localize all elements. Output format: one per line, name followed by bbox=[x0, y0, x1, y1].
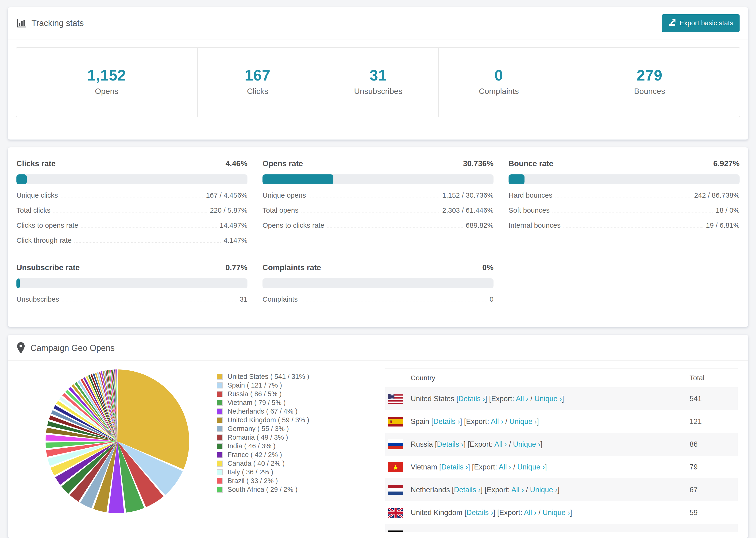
details-link[interactable]: Details › bbox=[437, 440, 464, 448]
detail-row: Clicks to opens rate14.497% bbox=[17, 221, 247, 229]
dotted-leader bbox=[53, 212, 207, 212]
legend-label: Russia ( 86 / 5% ) bbox=[228, 390, 282, 398]
country-name: Spain bbox=[411, 417, 431, 426]
export-unique-link[interactable]: Unique › bbox=[543, 509, 570, 517]
country-name: Vietnam bbox=[411, 463, 439, 471]
legend-label: France ( 42 / 2% ) bbox=[228, 451, 282, 459]
geo-body: United States ( 541 / 31% )Spain ( 121 /… bbox=[8, 360, 748, 532]
export-unique-link[interactable]: Unique › bbox=[517, 463, 545, 471]
bracket: [ bbox=[464, 509, 466, 517]
export-unique-link[interactable]: Unique › bbox=[530, 486, 557, 494]
progress-fill bbox=[17, 278, 20, 288]
export-unique-link[interactable]: Unique › bbox=[521, 531, 548, 533]
table-row-germany: Germany [Details ›] [Export: All › / Uni… bbox=[385, 524, 738, 532]
table-row-spain: Spain [Details ›] [Export: All › / Uniqu… bbox=[385, 410, 738, 433]
export-unique-link[interactable]: Unique › bbox=[509, 417, 537, 426]
legend-swatch bbox=[217, 478, 223, 484]
details-link[interactable]: Details › bbox=[445, 531, 471, 533]
legend-item-spain: Spain ( 121 / 7% ) bbox=[217, 381, 381, 390]
detail-value: 4.147% bbox=[224, 237, 247, 244]
stat-value: 1,152 bbox=[19, 68, 195, 83]
stat-value: 31 bbox=[320, 68, 436, 83]
details-link[interactable]: Details › bbox=[466, 509, 493, 517]
rate-title: Complaints rate bbox=[262, 263, 321, 272]
export-all-link[interactable]: All › bbox=[516, 395, 528, 403]
slash: / bbox=[507, 440, 513, 448]
legend-swatch bbox=[217, 452, 223, 458]
dotted-leader bbox=[75, 242, 221, 242]
bracket: ] [Export: bbox=[468, 463, 499, 471]
rate-title: Opens rate bbox=[262, 159, 303, 168]
slash: / bbox=[511, 463, 517, 471]
details-link[interactable]: Details › bbox=[441, 463, 468, 471]
details-link[interactable]: Details › bbox=[433, 417, 460, 426]
legend-swatch bbox=[217, 400, 223, 406]
export-unique-link[interactable]: Unique › bbox=[534, 395, 562, 403]
detail-value: 689.82% bbox=[466, 221, 494, 229]
legend-label: United States ( 541 / 31% ) bbox=[228, 373, 309, 381]
vn-flag-icon bbox=[388, 462, 403, 472]
export-all-link[interactable]: All › bbox=[512, 486, 524, 494]
legend-item-france: France ( 42 / 2% ) bbox=[217, 451, 381, 459]
de-flag-icon bbox=[388, 530, 403, 533]
bracket: ] [Export: bbox=[464, 440, 495, 448]
export-all-link[interactable]: All › bbox=[499, 463, 511, 471]
detail-value: 220 / 5.87% bbox=[210, 206, 247, 214]
detail-value: 14.497% bbox=[220, 221, 247, 229]
details-link[interactable]: Details › bbox=[458, 395, 485, 403]
rate-value: 0% bbox=[482, 263, 494, 272]
detail-value: 167 / 4.456% bbox=[206, 191, 247, 199]
rate-value: 4.46% bbox=[225, 159, 247, 168]
detail-label: Unique clicks bbox=[17, 191, 58, 199]
rate-title: Bounce rate bbox=[509, 159, 553, 168]
export-unique-link[interactable]: Unique › bbox=[513, 440, 540, 448]
table-row-united-states: United States [Details ›] [Export: All ›… bbox=[385, 387, 738, 410]
details-link[interactable]: Details › bbox=[454, 486, 481, 494]
bracket: ] bbox=[540, 440, 543, 448]
stat-value: 0 bbox=[441, 68, 557, 83]
rate-block-bounce-rate: Bounce rate6.927%Hard bounces242 / 86.73… bbox=[509, 159, 739, 244]
slash: / bbox=[524, 486, 530, 494]
geo-table-header: Country Total bbox=[385, 368, 738, 387]
geo-table-rows: United States [Details ›] [Export: All ›… bbox=[385, 387, 738, 532]
bracket: ] bbox=[548, 531, 550, 533]
total-cell: 86 bbox=[687, 440, 738, 449]
export-all-link[interactable]: All › bbox=[524, 509, 536, 517]
legend-item-canada: Canada ( 40 / 2% ) bbox=[217, 459, 381, 468]
table-row-united-kingdom: United Kingdom [Details ›] [Export: All … bbox=[385, 501, 738, 524]
country-name: United Kingdom bbox=[411, 509, 464, 517]
detail-row: Complaints0 bbox=[262, 295, 494, 303]
detail-value: 242 / 86.738% bbox=[694, 191, 740, 199]
detail-row: Unsubscribes31 bbox=[17, 295, 247, 303]
export-all-link[interactable]: All › bbox=[495, 440, 507, 448]
total-cell: 541 bbox=[687, 395, 738, 403]
country-cell: Spain [Details ›] [Export: All › / Uniqu… bbox=[403, 417, 687, 426]
nl-flag-icon bbox=[388, 485, 403, 495]
export-all-link[interactable]: All › bbox=[491, 417, 503, 426]
stat-label: Complaints bbox=[441, 86, 557, 96]
us-flag-icon bbox=[388, 394, 403, 404]
rate-title: Clicks rate bbox=[17, 159, 56, 168]
export-basic-stats-button[interactable]: Export basic stats bbox=[662, 14, 739, 32]
tracking-stats-title: Tracking stats bbox=[17, 18, 84, 28]
detail-row: Internal bounces19 / 6.81% bbox=[509, 221, 739, 229]
legend-swatch bbox=[217, 460, 223, 467]
legend-item-brazil: Brazil ( 33 / 2% ) bbox=[217, 476, 381, 485]
country-cell: United Kingdom [Details ›] [Export: All … bbox=[403, 509, 687, 517]
slash: / bbox=[503, 417, 510, 426]
table-row-vietnam: Vietnam [Details ›] [Export: All › / Uni… bbox=[385, 456, 738, 478]
country-cell: Vietnam [Details ›] [Export: All › / Uni… bbox=[403, 463, 687, 471]
total-cell: 79 bbox=[687, 463, 738, 471]
stat-cell-unsubscribes: 31Unsubscribes bbox=[318, 48, 438, 117]
bracket: ] bbox=[570, 509, 572, 517]
detail-label: Unique opens bbox=[262, 191, 306, 199]
export-all-link[interactable]: All › bbox=[502, 531, 514, 533]
legend-item-vietnam: Vietnam ( 79 / 5% ) bbox=[217, 398, 381, 407]
bracket: [ bbox=[443, 531, 445, 533]
dotted-leader bbox=[81, 227, 217, 228]
country-name: Germany bbox=[411, 531, 443, 533]
legend-swatch bbox=[217, 374, 223, 380]
legend-item-netherlands: Netherlands ( 67 / 4% ) bbox=[217, 407, 381, 416]
country-name: United States bbox=[411, 395, 457, 403]
legend-item-south-africa: South Africa ( 29 / 2% ) bbox=[217, 485, 381, 494]
